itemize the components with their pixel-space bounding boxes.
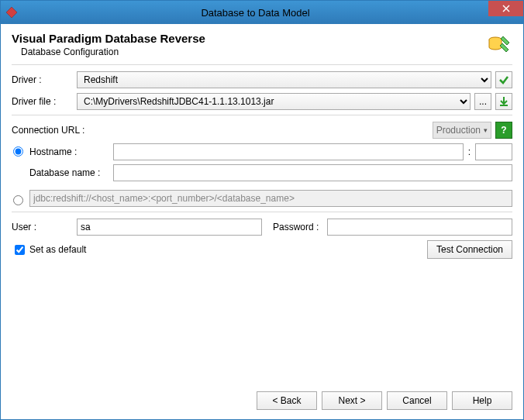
cancel-button[interactable]: Cancel <box>387 391 447 410</box>
connection-url-label: Connection URL : <box>12 125 84 136</box>
dialog-body: Driver : Redshift Driver file : C:\MyDri… <box>1 71 523 384</box>
set-default-label: Set as default <box>29 244 86 255</box>
environment-select: Production▾ <box>433 122 491 139</box>
app-icon <box>1 6 22 19</box>
titlebar: Database to Data Model <box>1 1 523 24</box>
next-button[interactable]: Next > <box>322 391 382 410</box>
svg-marker-0 <box>6 7 17 18</box>
help-button[interactable]: Help <box>452 391 512 410</box>
back-button[interactable]: < Back <box>257 391 317 410</box>
hostname-label: Hostname : <box>29 146 113 157</box>
driver-file-label: Driver file : <box>12 96 77 107</box>
user-label: User : <box>12 222 77 232</box>
divider <box>12 64 512 65</box>
driver-select[interactable]: Redshift <box>77 71 491 88</box>
hostname-mode-radio[interactable] <box>13 146 23 157</box>
database-name-label: Database name : <box>29 167 113 178</box>
driver-label: Driver : <box>12 74 77 85</box>
window-title: Database to Data Model <box>22 7 488 19</box>
database-name-input[interactable] <box>113 164 512 181</box>
header-db-icon <box>486 32 512 58</box>
dialog-header: Visual Paradigm Database Reverse Databas… <box>1 24 523 64</box>
connection-url-input <box>29 190 512 207</box>
dialog-window: Database to Data Model Visual Paradigm D… <box>0 0 524 420</box>
header-title: Visual Paradigm Database Reverse <box>12 32 486 45</box>
test-connection-button[interactable]: Test Connection <box>427 240 512 259</box>
dialog-footer: < Back Next > Cancel Help <box>1 384 523 419</box>
set-default-checkbox[interactable] <box>15 245 25 255</box>
port-input[interactable] <box>475 143 512 160</box>
port-separator: : <box>464 146 475 157</box>
url-mode-radio[interactable] <box>13 195 23 205</box>
driver-file-select[interactable]: C:\MyDrivers\RedshiftJDBC41-1.1.13.1013.… <box>77 93 471 110</box>
close-button[interactable] <box>488 1 523 16</box>
connection-help-button[interactable]: ? <box>495 122 512 139</box>
hostname-input[interactable] <box>113 143 464 160</box>
download-driver-button[interactable] <box>495 93 512 110</box>
header-subtitle: Database Configuration <box>21 46 486 57</box>
browse-button[interactable]: ... <box>474 93 491 110</box>
password-label: Password : <box>273 222 327 232</box>
driver-confirm-button[interactable] <box>495 71 512 88</box>
password-input[interactable] <box>327 219 512 236</box>
user-input[interactable] <box>77 219 262 236</box>
